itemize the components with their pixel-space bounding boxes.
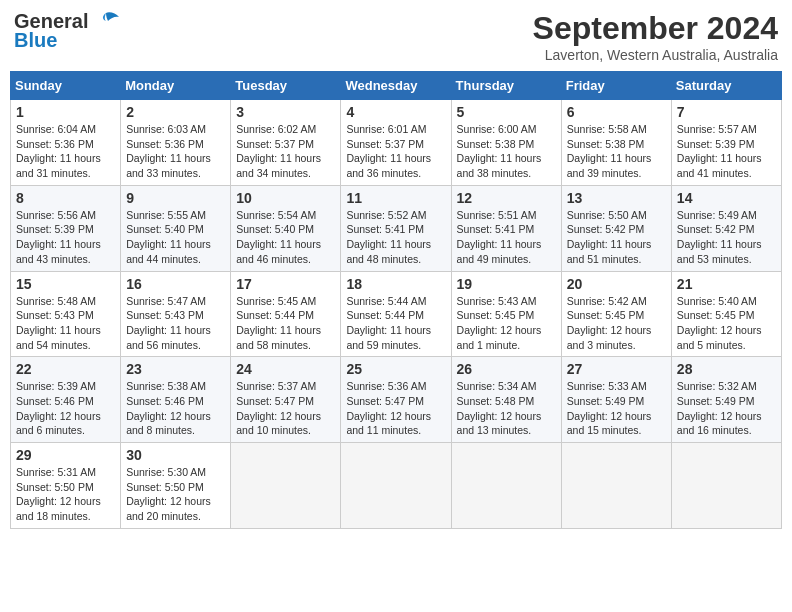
day-detail: Sunrise: 5:42 AM Sunset: 5:45 PM Dayligh… <box>567 294 666 353</box>
day-number: 12 <box>457 190 556 206</box>
day-number: 2 <box>126 104 225 120</box>
table-row: 26 Sunrise: 5:34 AM Sunset: 5:48 PM Dayl… <box>451 357 561 443</box>
table-row: 20 Sunrise: 5:42 AM Sunset: 5:45 PM Dayl… <box>561 271 671 357</box>
table-row: 30 Sunrise: 5:30 AM Sunset: 5:50 PM Dayl… <box>121 443 231 529</box>
table-row: 17 Sunrise: 5:45 AM Sunset: 5:44 PM Dayl… <box>231 271 341 357</box>
table-row: 7 Sunrise: 5:57 AM Sunset: 5:39 PM Dayli… <box>671 100 781 186</box>
calendar-table: Sunday Monday Tuesday Wednesday Thursday… <box>10 71 782 529</box>
day-number: 5 <box>457 104 556 120</box>
day-detail: Sunrise: 5:31 AM Sunset: 5:50 PM Dayligh… <box>16 465 115 524</box>
day-detail: Sunrise: 5:36 AM Sunset: 5:47 PM Dayligh… <box>346 379 445 438</box>
day-detail: Sunrise: 5:47 AM Sunset: 5:43 PM Dayligh… <box>126 294 225 353</box>
calendar-week-row: 1 Sunrise: 6:04 AM Sunset: 5:36 PM Dayli… <box>11 100 782 186</box>
day-detail: Sunrise: 5:44 AM Sunset: 5:44 PM Dayligh… <box>346 294 445 353</box>
day-number: 17 <box>236 276 335 292</box>
table-row: 10 Sunrise: 5:54 AM Sunset: 5:40 PM Dayl… <box>231 185 341 271</box>
table-row: 18 Sunrise: 5:44 AM Sunset: 5:44 PM Dayl… <box>341 271 451 357</box>
day-number: 29 <box>16 447 115 463</box>
day-detail: Sunrise: 5:38 AM Sunset: 5:46 PM Dayligh… <box>126 379 225 438</box>
table-row <box>231 443 341 529</box>
day-number: 9 <box>126 190 225 206</box>
day-detail: Sunrise: 6:02 AM Sunset: 5:37 PM Dayligh… <box>236 122 335 181</box>
table-row: 3 Sunrise: 6:02 AM Sunset: 5:37 PM Dayli… <box>231 100 341 186</box>
table-row: 21 Sunrise: 5:40 AM Sunset: 5:45 PM Dayl… <box>671 271 781 357</box>
table-row: 16 Sunrise: 5:47 AM Sunset: 5:43 PM Dayl… <box>121 271 231 357</box>
logo: General Blue <box>14 10 121 52</box>
calendar-week-row: 8 Sunrise: 5:56 AM Sunset: 5:39 PM Dayli… <box>11 185 782 271</box>
calendar-week-row: 15 Sunrise: 5:48 AM Sunset: 5:43 PM Dayl… <box>11 271 782 357</box>
day-detail: Sunrise: 5:58 AM Sunset: 5:38 PM Dayligh… <box>567 122 666 181</box>
day-detail: Sunrise: 5:51 AM Sunset: 5:41 PM Dayligh… <box>457 208 556 267</box>
day-detail: Sunrise: 6:03 AM Sunset: 5:36 PM Dayligh… <box>126 122 225 181</box>
day-number: 24 <box>236 361 335 377</box>
day-number: 30 <box>126 447 225 463</box>
day-number: 20 <box>567 276 666 292</box>
day-detail: Sunrise: 5:48 AM Sunset: 5:43 PM Dayligh… <box>16 294 115 353</box>
col-tuesday: Tuesday <box>231 72 341 100</box>
day-number: 14 <box>677 190 776 206</box>
table-row: 9 Sunrise: 5:55 AM Sunset: 5:40 PM Dayli… <box>121 185 231 271</box>
day-number: 16 <box>126 276 225 292</box>
day-number: 19 <box>457 276 556 292</box>
day-number: 26 <box>457 361 556 377</box>
table-row: 23 Sunrise: 5:38 AM Sunset: 5:46 PM Dayl… <box>121 357 231 443</box>
month-title: September 2024 <box>533 10 778 47</box>
day-detail: Sunrise: 5:33 AM Sunset: 5:49 PM Dayligh… <box>567 379 666 438</box>
day-detail: Sunrise: 5:49 AM Sunset: 5:42 PM Dayligh… <box>677 208 776 267</box>
day-number: 6 <box>567 104 666 120</box>
table-row: 14 Sunrise: 5:49 AM Sunset: 5:42 PM Dayl… <box>671 185 781 271</box>
day-number: 23 <box>126 361 225 377</box>
col-friday: Friday <box>561 72 671 100</box>
day-detail: Sunrise: 6:00 AM Sunset: 5:38 PM Dayligh… <box>457 122 556 181</box>
day-number: 4 <box>346 104 445 120</box>
table-row: 29 Sunrise: 5:31 AM Sunset: 5:50 PM Dayl… <box>11 443 121 529</box>
col-wednesday: Wednesday <box>341 72 451 100</box>
page-header: General Blue September 2024 Laverton, We… <box>10 10 782 63</box>
calendar-week-row: 22 Sunrise: 5:39 AM Sunset: 5:46 PM Dayl… <box>11 357 782 443</box>
day-detail: Sunrise: 5:45 AM Sunset: 5:44 PM Dayligh… <box>236 294 335 353</box>
table-row: 15 Sunrise: 5:48 AM Sunset: 5:43 PM Dayl… <box>11 271 121 357</box>
day-number: 28 <box>677 361 776 377</box>
day-detail: Sunrise: 5:56 AM Sunset: 5:39 PM Dayligh… <box>16 208 115 267</box>
day-number: 8 <box>16 190 115 206</box>
table-row: 13 Sunrise: 5:50 AM Sunset: 5:42 PM Dayl… <box>561 185 671 271</box>
location: Laverton, Western Australia, Australia <box>533 47 778 63</box>
day-number: 7 <box>677 104 776 120</box>
day-detail: Sunrise: 5:34 AM Sunset: 5:48 PM Dayligh… <box>457 379 556 438</box>
col-sunday: Sunday <box>11 72 121 100</box>
day-detail: Sunrise: 5:39 AM Sunset: 5:46 PM Dayligh… <box>16 379 115 438</box>
day-number: 11 <box>346 190 445 206</box>
table-row: 27 Sunrise: 5:33 AM Sunset: 5:49 PM Dayl… <box>561 357 671 443</box>
table-row: 25 Sunrise: 5:36 AM Sunset: 5:47 PM Dayl… <box>341 357 451 443</box>
day-number: 25 <box>346 361 445 377</box>
calendar-header-row: Sunday Monday Tuesday Wednesday Thursday… <box>11 72 782 100</box>
calendar-week-row: 29 Sunrise: 5:31 AM Sunset: 5:50 PM Dayl… <box>11 443 782 529</box>
table-row: 5 Sunrise: 6:00 AM Sunset: 5:38 PM Dayli… <box>451 100 561 186</box>
table-row: 6 Sunrise: 5:58 AM Sunset: 5:38 PM Dayli… <box>561 100 671 186</box>
day-detail: Sunrise: 5:57 AM Sunset: 5:39 PM Dayligh… <box>677 122 776 181</box>
table-row: 19 Sunrise: 5:43 AM Sunset: 5:45 PM Dayl… <box>451 271 561 357</box>
table-row: 28 Sunrise: 5:32 AM Sunset: 5:49 PM Dayl… <box>671 357 781 443</box>
col-thursday: Thursday <box>451 72 561 100</box>
day-detail: Sunrise: 5:43 AM Sunset: 5:45 PM Dayligh… <box>457 294 556 353</box>
day-detail: Sunrise: 5:37 AM Sunset: 5:47 PM Dayligh… <box>236 379 335 438</box>
table-row: 22 Sunrise: 5:39 AM Sunset: 5:46 PM Dayl… <box>11 357 121 443</box>
table-row <box>671 443 781 529</box>
day-number: 18 <box>346 276 445 292</box>
day-number: 27 <box>567 361 666 377</box>
day-number: 22 <box>16 361 115 377</box>
table-row: 1 Sunrise: 6:04 AM Sunset: 5:36 PM Dayli… <box>11 100 121 186</box>
table-row <box>341 443 451 529</box>
table-row: 4 Sunrise: 6:01 AM Sunset: 5:37 PM Dayli… <box>341 100 451 186</box>
col-monday: Monday <box>121 72 231 100</box>
day-number: 15 <box>16 276 115 292</box>
day-detail: Sunrise: 6:01 AM Sunset: 5:37 PM Dayligh… <box>346 122 445 181</box>
day-detail: Sunrise: 5:50 AM Sunset: 5:42 PM Dayligh… <box>567 208 666 267</box>
day-number: 21 <box>677 276 776 292</box>
col-saturday: Saturday <box>671 72 781 100</box>
day-number: 3 <box>236 104 335 120</box>
day-number: 1 <box>16 104 115 120</box>
table-row: 11 Sunrise: 5:52 AM Sunset: 5:41 PM Dayl… <box>341 185 451 271</box>
day-detail: Sunrise: 5:32 AM Sunset: 5:49 PM Dayligh… <box>677 379 776 438</box>
table-row: 12 Sunrise: 5:51 AM Sunset: 5:41 PM Dayl… <box>451 185 561 271</box>
